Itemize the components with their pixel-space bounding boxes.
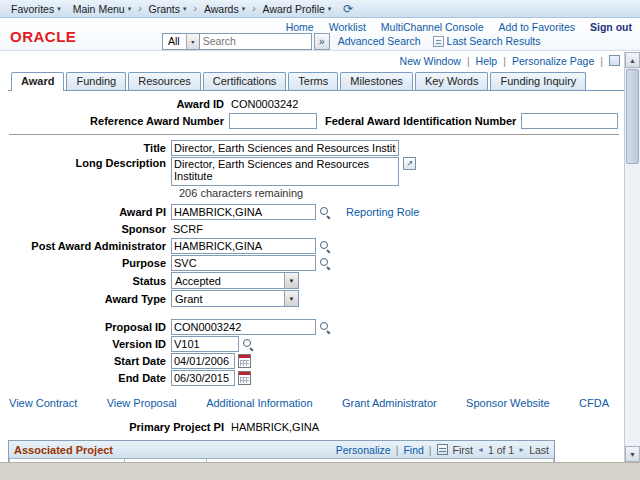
- vertical-scrollbar[interactable]: ▲ ▼: [624, 52, 640, 462]
- title-label: Title: [8, 142, 171, 154]
- version-id-label: Version ID: [8, 338, 171, 350]
- award-type-label: Award Type: [8, 293, 171, 305]
- start-date-label: Start Date: [8, 355, 171, 367]
- favorites-menu[interactable]: Favorites ▾: [5, 3, 67, 15]
- breadcrumb-grants[interactable]: Grants ▾: [143, 3, 193, 15]
- tab-award[interactable]: Award: [11, 72, 64, 90]
- grid-pager: First ◄ 1 of 1 ► Last: [453, 444, 549, 456]
- post-award-admin-row: Post Award Administrator: [8, 238, 624, 254]
- refresh-icon[interactable]: ⟳: [343, 2, 353, 16]
- chevron-down-icon: ▾: [183, 5, 187, 13]
- federal-award-id-label: Federal Award Identification Number: [317, 115, 521, 127]
- sign-out-link[interactable]: Sign out: [590, 21, 632, 33]
- tab-resources[interactable]: Resources: [128, 72, 201, 90]
- grants-label: Grants: [149, 3, 181, 15]
- long-description-label: Long Description: [8, 157, 171, 169]
- awards-label: Awards: [204, 3, 239, 15]
- purpose-input[interactable]: [171, 255, 316, 271]
- tab-terms[interactable]: Terms: [288, 72, 338, 90]
- tab-bar: Award Funding Resources Certifications T…: [8, 71, 624, 91]
- proposal-id-label: Proposal ID: [8, 321, 171, 333]
- header: ORACLE Home Worklist MultiChannel Consol…: [0, 18, 640, 51]
- page-options-icon[interactable]: [609, 55, 620, 66]
- help-link[interactable]: Help: [476, 55, 498, 67]
- long-description-textarea[interactable]: Director, Earth Sciences and Resources I…: [171, 157, 399, 186]
- breadcrumb-award-profile[interactable]: Award Profile ▾: [257, 3, 338, 15]
- primary-project-pi-value: HAMBRICK,GINA: [229, 421, 319, 433]
- version-id-input[interactable]: [171, 336, 239, 352]
- start-date-row: Start Date: [8, 353, 624, 369]
- chevron-down-icon: ▾: [186, 34, 199, 49]
- end-date-row: End Date: [8, 370, 624, 386]
- last-search-results-link[interactable]: Last Search Results: [447, 35, 541, 47]
- scrollbar-thumb[interactable]: [626, 69, 639, 164]
- scroll-up-icon[interactable]: ▲: [625, 52, 640, 68]
- proposal-id-input[interactable]: [171, 319, 316, 335]
- advanced-search-link[interactable]: Advanced Search: [338, 35, 421, 47]
- search-scope-select[interactable]: All ▾: [162, 33, 200, 50]
- reporting-role-link[interactable]: Reporting Role: [346, 206, 419, 218]
- breadcrumb-awards[interactable]: Awards ▾: [198, 3, 251, 15]
- tab-key-words[interactable]: Key Words: [415, 72, 489, 90]
- award-type-select[interactable]: Grant ▼: [171, 290, 299, 307]
- tab-milestones[interactable]: Milestones: [340, 72, 413, 90]
- search-go-button[interactable]: »: [314, 33, 330, 50]
- purpose-row: Purpose: [8, 255, 624, 271]
- end-date-input[interactable]: [171, 370, 235, 386]
- main-menu-label: Main Menu: [73, 3, 125, 15]
- search-input[interactable]: [200, 33, 312, 50]
- end-date-calendar-icon[interactable]: [238, 371, 251, 385]
- grid-title-bar: Associated Project Personalize | Find | …: [9, 441, 554, 459]
- scroll-down-icon[interactable]: ▼: [625, 446, 640, 462]
- award-pi-input[interactable]: [171, 204, 316, 220]
- post-award-admin-input[interactable]: [171, 238, 316, 254]
- main-menu[interactable]: Main Menu ▾: [67, 3, 137, 15]
- award-id-label: Award ID: [8, 98, 229, 110]
- pager-page-info: 1 of 1: [488, 444, 514, 456]
- grant-administrator-link[interactable]: Grant Administrator: [342, 397, 437, 411]
- expand-description-icon[interactable]: ↗: [403, 157, 416, 170]
- download-grid-icon[interactable]: [437, 444, 448, 455]
- view-proposal-link[interactable]: View Proposal: [107, 397, 177, 411]
- separator: |: [600, 55, 603, 67]
- chevron-down-icon: ▾: [328, 5, 332, 13]
- additional-information-link[interactable]: Additional Information: [206, 397, 312, 411]
- purpose-lookup-icon[interactable]: [319, 257, 332, 270]
- cfda-link[interactable]: CFDA: [579, 397, 609, 411]
- version-id-row: Version ID: [8, 336, 624, 352]
- proposal-id-lookup-icon[interactable]: [319, 321, 332, 334]
- chevron-down-icon: ▾: [57, 5, 61, 13]
- version-id-lookup-icon[interactable]: [242, 338, 255, 351]
- award-pi-lookup-icon[interactable]: [319, 206, 332, 219]
- find-link[interactable]: Find: [403, 444, 423, 456]
- award-id-value: CON0003242: [229, 98, 298, 110]
- post-award-admin-label: Post Award Administrator: [8, 240, 171, 252]
- tab-funding[interactable]: Funding: [66, 72, 126, 90]
- pager-next-icon[interactable]: ►: [518, 446, 525, 453]
- new-window-link[interactable]: New Window: [400, 55, 461, 67]
- oracle-logo: ORACLE: [10, 28, 76, 45]
- status-select[interactable]: Accepted ▼: [171, 272, 299, 289]
- proposal-id-row: Proposal ID: [8, 319, 624, 335]
- award-profile-label: Award Profile: [263, 3, 325, 15]
- pager-previous-icon[interactable]: ◄: [477, 446, 484, 453]
- main-content: New Window | Help | Personalize Page | A…: [0, 52, 624, 462]
- reference-award-number-input[interactable]: [229, 113, 317, 129]
- post-award-admin-lookup-icon[interactable]: [319, 240, 332, 253]
- horizontal-scrollbar[interactable]: [0, 462, 640, 480]
- title-input[interactable]: [171, 140, 399, 156]
- end-date-label: End Date: [8, 372, 171, 384]
- start-date-input[interactable]: [171, 353, 235, 369]
- tab-funding-inquiry[interactable]: Funding Inquiry: [490, 72, 586, 90]
- favorites-label: Favorites: [11, 3, 54, 15]
- sponsor-website-link[interactable]: Sponsor Website: [466, 397, 550, 411]
- tab-certifications[interactable]: Certifications: [203, 72, 287, 90]
- federal-award-id-input[interactable]: [521, 113, 618, 129]
- personalize-link[interactable]: Personalize: [336, 444, 391, 456]
- award-type-row: Award Type Grant ▼: [8, 290, 624, 307]
- start-date-calendar-icon[interactable]: [238, 354, 251, 368]
- personalize-page-link[interactable]: Personalize Page: [512, 55, 594, 67]
- pager-first-label: First: [453, 444, 473, 456]
- view-contract-link[interactable]: View Contract: [9, 397, 77, 411]
- page-actions: New Window | Help | Personalize Page |: [8, 54, 620, 67]
